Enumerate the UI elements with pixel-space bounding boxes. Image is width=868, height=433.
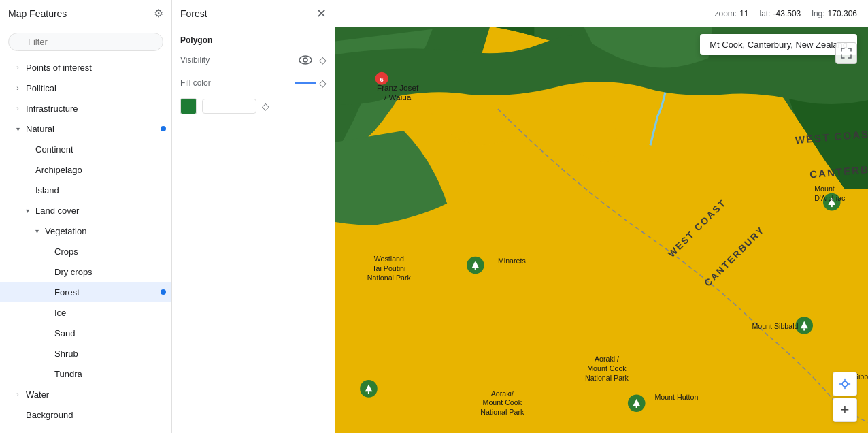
sidebar-item-water[interactable]: ›Water bbox=[0, 384, 171, 404]
visibility-label: Visibility bbox=[180, 55, 210, 65]
sidebar-item-tundra[interactable]: Tundra bbox=[0, 364, 171, 384]
sidebar-item-background[interactable]: Background bbox=[0, 404, 171, 425]
chevron-icon-dry-crops bbox=[41, 266, 52, 277]
visibility-row: Visibility ◇ bbox=[180, 52, 327, 68]
sidebar-item-land-cover[interactable]: ▾Land cover bbox=[0, 200, 171, 221]
sidebar-item-island[interactable]: Island bbox=[0, 180, 171, 200]
fill-color-line bbox=[295, 82, 316, 84]
chevron-icon-political: › bbox=[12, 82, 23, 93]
chevron-icon-shrub bbox=[41, 348, 52, 359]
map-area: zoom: 11 lat: -43.503 lng: 170.306 bbox=[335, 0, 868, 433]
visibility-controls: ◇ bbox=[297, 52, 327, 68]
chevron-icon-island bbox=[22, 185, 33, 195]
lat-stat: lat: -43.503 bbox=[760, 9, 801, 18]
sidebar-item-label-crops: Crops bbox=[54, 246, 166, 257]
svg-text:Aoraki /: Aoraki / bbox=[595, 355, 619, 363]
chevron-icon-forest bbox=[41, 287, 52, 298]
sidebar-item-political[interactable]: ›Political bbox=[0, 78, 171, 98]
lng-label: lng: bbox=[812, 9, 824, 18]
sidebar-item-continent[interactable]: Continent bbox=[0, 139, 171, 159]
chevron-icon-sand bbox=[41, 327, 52, 338]
svg-text:Tai Poutini: Tai Poutini bbox=[372, 264, 405, 272]
fill-color-diamond-icon[interactable]: ◇ bbox=[319, 78, 327, 89]
sidebar-item-label-dry-crops: Dry crops bbox=[54, 267, 166, 277]
visibility-diamond-icon[interactable]: ◇ bbox=[319, 54, 327, 65]
sidebar-item-natural[interactable]: ▾Natural bbox=[0, 118, 171, 139]
sidebar-item-label-shrub: Shrub bbox=[54, 349, 166, 359]
svg-text:Mount Sibbald: Mount Sibbald bbox=[752, 322, 798, 330]
fill-color-value-diamond-icon[interactable]: ◇ bbox=[262, 101, 269, 112]
svg-text:6: 6 bbox=[380, 76, 383, 83]
sidebar-item-label-island: Island bbox=[35, 185, 166, 195]
sidebar-item-forest[interactable]: Forest bbox=[0, 282, 171, 302]
sidebar-item-vegetation[interactable]: ▾Vegetation bbox=[0, 221, 171, 241]
lng-value: 170.306 bbox=[828, 9, 857, 18]
chevron-icon-crops bbox=[41, 246, 52, 257]
chevron-icon-natural: ▾ bbox=[12, 123, 23, 134]
sidebar-item-label-continent: Continent bbox=[35, 144, 166, 155]
detail-header: Forest ✕ bbox=[172, 0, 335, 27]
fill-color-swatch[interactable] bbox=[180, 98, 197, 114]
fill-color-label: Fill color bbox=[180, 78, 211, 88]
svg-rect-16 bbox=[368, 391, 369, 394]
map-canvas[interactable]: 6 bbox=[335, 0, 868, 433]
eye-icon[interactable] bbox=[297, 52, 314, 68]
map-header-bar: zoom: 11 lat: -43.503 lng: 170.306 bbox=[335, 0, 868, 27]
sidebar-item-label-land-cover: Land cover bbox=[35, 206, 166, 216]
chevron-icon-archipelago bbox=[22, 164, 33, 175]
chevron-icon-infrastructure: › bbox=[12, 103, 23, 114]
svg-text:Mount Cook: Mount Cook bbox=[483, 398, 522, 406]
sidebar-item-label-ice: Ice bbox=[54, 308, 166, 318]
chevron-icon-tundra bbox=[41, 368, 52, 379]
chevron-icon-land-cover: ▾ bbox=[22, 205, 33, 216]
sidebar-header: Map Features ⚙ bbox=[0, 0, 171, 27]
svg-rect-13 bbox=[803, 328, 805, 330]
svg-rect-10 bbox=[831, 205, 833, 207]
sidebar-item-archipelago[interactable]: Archipelago bbox=[0, 159, 171, 180]
svg-rect-7 bbox=[475, 268, 476, 270]
sidebar: Map Features ⚙ ≡ ›Points of interest›Pol… bbox=[0, 0, 172, 433]
fill-color-value-input[interactable]: 146735 bbox=[202, 99, 256, 114]
sidebar-item-ice[interactable]: Ice bbox=[0, 302, 171, 323]
sidebar-item-label-background: Background bbox=[26, 410, 166, 420]
sidebar-item-label-natural: Natural bbox=[26, 124, 158, 134]
chevron-icon-vegetation: ▾ bbox=[31, 225, 42, 236]
svg-text:D'Archiac: D'Archiac bbox=[814, 194, 846, 202]
svg-point-1 bbox=[303, 58, 307, 62]
sidebar-item-shrub[interactable]: Shrub bbox=[0, 343, 171, 364]
map-svg: 6 bbox=[335, 0, 868, 433]
sidebar-item-label-political: Political bbox=[26, 83, 166, 93]
close-icon[interactable]: ✕ bbox=[316, 6, 327, 21]
chevron-icon-background bbox=[12, 409, 23, 420]
sidebar-item-points-of-interest[interactable]: ›Points of interest bbox=[0, 57, 171, 78]
zoom-label: zoom: bbox=[714, 9, 737, 18]
sidebar-item-label-infrastructure: Infrastructure bbox=[26, 103, 166, 114]
fill-color-swatch-row[interactable]: 146735 ◇ bbox=[180, 98, 327, 114]
lng-stat: lng: 170.306 bbox=[812, 9, 857, 18]
sidebar-item-label-water: Water bbox=[26, 389, 166, 400]
zoom-value: 11 bbox=[739, 9, 748, 18]
filter-input[interactable] bbox=[8, 33, 163, 51]
sidebar-item-dry-crops[interactable]: Dry crops bbox=[0, 261, 171, 282]
chevron-icon-ice bbox=[41, 307, 52, 318]
gear-icon[interactable]: ⚙ bbox=[154, 7, 163, 20]
location-button[interactable] bbox=[833, 372, 857, 396]
map-controls: + bbox=[833, 372, 857, 422]
svg-text:Aoraki/: Aoraki/ bbox=[491, 389, 514, 398]
fullscreen-button[interactable] bbox=[835, 42, 857, 64]
sidebar-item-crops[interactable]: Crops bbox=[0, 241, 171, 261]
tree-dot-forest bbox=[161, 289, 166, 295]
svg-point-0 bbox=[299, 56, 312, 64]
sidebar-tree: ›Points of interest›Political›Infrastruc… bbox=[0, 57, 171, 433]
sidebar-item-label-archipelago: Archipelago bbox=[35, 165, 166, 175]
zoom-in-button[interactable]: + bbox=[833, 398, 857, 422]
zoom-stat: zoom: 11 bbox=[714, 9, 748, 18]
sidebar-item-sand[interactable]: Sand bbox=[0, 323, 171, 343]
tree-dot-natural bbox=[161, 126, 166, 131]
detail-panel: Forest ✕ Polygon Visibility ◇ Fill color bbox=[172, 0, 335, 433]
svg-text:Mount Cook: Mount Cook bbox=[587, 364, 627, 372]
sidebar-item-infrastructure[interactable]: ›Infrastructure bbox=[0, 98, 171, 118]
location-tooltip: Mt Cook, Canterbury, New Zealand bbox=[700, 34, 857, 55]
lat-label: lat: bbox=[760, 9, 771, 18]
svg-text:Franz Josef: Franz Josef bbox=[377, 83, 419, 92]
